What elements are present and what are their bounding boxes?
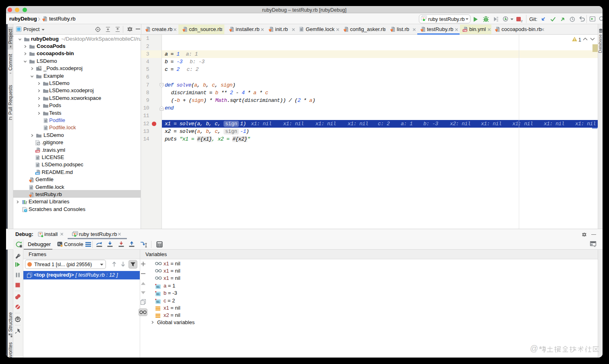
svg-text:YML: YML (36, 150, 40, 153)
svg-text:01: 01 (156, 292, 160, 296)
svg-text:2: 2 (521, 19, 523, 23)
svg-text:01: 01 (156, 285, 160, 289)
svg-text:01: 01 (156, 300, 160, 304)
svg-text:YML: YML (463, 29, 468, 32)
svg-text:MD: MD (36, 172, 39, 175)
